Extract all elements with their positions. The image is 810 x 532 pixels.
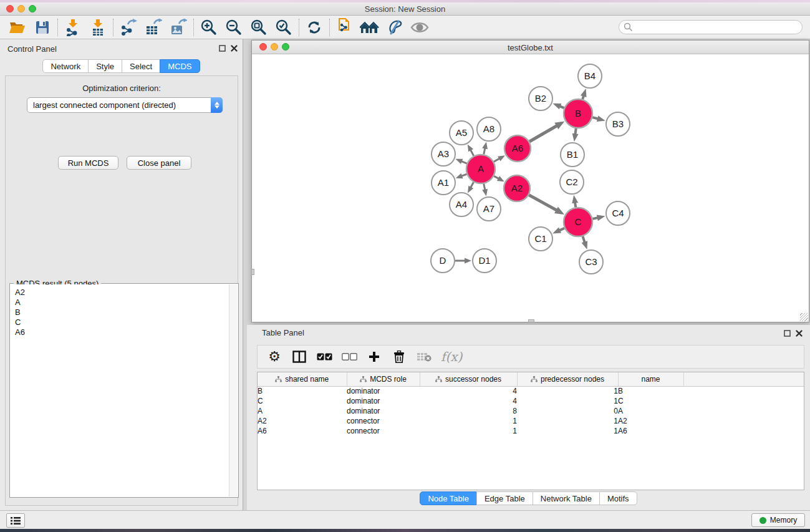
zoom-out-icon[interactable] bbox=[221, 17, 246, 38]
cell-shared-name[interactable]: A2 bbox=[258, 416, 347, 426]
criterion-dropdown[interactable]: largest connected component (directed) bbox=[27, 97, 223, 113]
cell-shared-name[interactable]: A bbox=[258, 406, 347, 416]
graph-node-label-A5: A5 bbox=[456, 127, 467, 138]
first-neighbors-icon[interactable] bbox=[357, 17, 382, 38]
network-view-window: testGlobe.txt B4B2BB3A5A8A6A3B1AC2A1A2A4… bbox=[251, 40, 809, 322]
column-header-mcds-role[interactable]: MCDS role bbox=[347, 372, 420, 386]
function-builder-icon[interactable]: f(x) bbox=[441, 347, 462, 366]
tab-node-table[interactable]: Node Table bbox=[420, 491, 477, 505]
cell-predecessor-nodes[interactable]: 0 bbox=[517, 406, 618, 416]
cell-successor-nodes[interactable]: 8 bbox=[420, 406, 517, 416]
import-network-icon[interactable] bbox=[60, 17, 85, 38]
refresh-icon[interactable] bbox=[302, 17, 327, 38]
network-canvas[interactable]: B4B2BB3A5A8A6A3B1AC2A1A2A4A7C4CC1C3DD1 bbox=[252, 54, 809, 322]
mcds-result-list[interactable]: A2 A B C A6 bbox=[11, 284, 229, 496]
zoom-in-icon[interactable] bbox=[196, 17, 221, 38]
list-icon bbox=[11, 516, 21, 525]
show-column-icon[interactable] bbox=[291, 347, 307, 366]
import-table-icon[interactable] bbox=[85, 17, 110, 38]
export-image-icon[interactable] bbox=[166, 17, 191, 38]
hide-graphics-details-icon[interactable] bbox=[382, 17, 407, 38]
cell-successor-nodes[interactable]: 1 bbox=[420, 426, 517, 436]
cell-predecessor-nodes[interactable]: 1 bbox=[517, 396, 618, 406]
add-column-icon[interactable] bbox=[366, 347, 382, 366]
table-row[interactable]: A dominator 8 0 A bbox=[258, 406, 804, 416]
network-window-titlebar[interactable]: testGlobe.txt bbox=[252, 41, 809, 54]
graph-node-label-C1: C1 bbox=[534, 233, 546, 244]
mcds-tab-content: Optimization criterion: largest connecte… bbox=[5, 75, 238, 506]
graph-edge-A2-C[interactable] bbox=[529, 195, 557, 211]
table-options-icon[interactable]: ⚙ bbox=[266, 347, 282, 366]
tab-select[interactable]: Select bbox=[122, 59, 160, 73]
save-session-icon[interactable] bbox=[30, 17, 55, 38]
cell-mcds-role[interactable]: dominator bbox=[347, 396, 420, 406]
table-row[interactable]: B dominator 4 1 B bbox=[258, 386, 804, 396]
cell-successor-nodes[interactable]: 1 bbox=[420, 416, 517, 426]
graph-edge-A6-B[interactable] bbox=[529, 125, 557, 142]
cell-shared-name[interactable]: A6 bbox=[258, 426, 347, 436]
graph-node-label-B: B bbox=[575, 108, 581, 118]
column-header-predecessor-nodes[interactable]: predecessor nodes bbox=[517, 372, 618, 386]
show-hide-icon[interactable] bbox=[407, 17, 432, 38]
bottom-edge-handle[interactable] bbox=[528, 319, 534, 322]
resize-grip-icon[interactable] bbox=[800, 313, 808, 321]
cell-mcds-role[interactable]: dominator bbox=[347, 386, 420, 396]
cell-name[interactable]: C bbox=[618, 396, 683, 406]
cell-mcds-role[interactable]: connector bbox=[347, 416, 420, 426]
search-input[interactable] bbox=[633, 21, 802, 33]
cell-shared-name[interactable]: B bbox=[258, 386, 347, 396]
export-network-icon[interactable] bbox=[116, 17, 141, 38]
run-mcds-button[interactable]: Run MCDS bbox=[58, 156, 118, 170]
delete-table-icon[interactable] bbox=[416, 347, 432, 366]
cell-name[interactable]: A6 bbox=[618, 426, 683, 436]
tab-edge-table[interactable]: Edge Table bbox=[476, 491, 533, 505]
delete-column-icon[interactable] bbox=[391, 347, 407, 366]
table-panel-title: Table Panel bbox=[262, 328, 304, 337]
export-table-icon[interactable] bbox=[141, 17, 166, 38]
graph-arrowhead bbox=[552, 227, 561, 233]
zoom-selected-icon[interactable] bbox=[271, 17, 296, 38]
cell-mcds-role[interactable]: connector bbox=[347, 426, 420, 436]
main-toolbar bbox=[0, 16, 810, 39]
float-table-panel-icon[interactable] bbox=[784, 330, 791, 337]
left-edge-handle[interactable] bbox=[251, 269, 254, 275]
open-file-icon[interactable] bbox=[5, 17, 30, 38]
cell-name[interactable]: A2 bbox=[618, 416, 683, 426]
table-row[interactable]: A6 connector 1 1 A6 bbox=[258, 426, 804, 436]
close-table-panel-icon[interactable] bbox=[796, 330, 803, 337]
cell-predecessor-nodes[interactable]: 1 bbox=[517, 416, 618, 426]
close-panel-icon[interactable] bbox=[231, 45, 238, 52]
tab-mcds[interactable]: MCDS bbox=[160, 59, 200, 73]
result-scrollbar[interactable] bbox=[229, 284, 238, 496]
cell-successor-nodes[interactable]: 4 bbox=[420, 396, 517, 406]
tab-network[interactable]: Network bbox=[42, 59, 89, 73]
result-item: A2 bbox=[15, 288, 229, 297]
column-type-icon bbox=[275, 376, 282, 382]
cell-successor-nodes[interactable]: 4 bbox=[420, 386, 517, 396]
cell-shared-name[interactable]: C bbox=[258, 396, 347, 406]
float-panel-icon[interactable] bbox=[219, 45, 226, 52]
memory-button[interactable]: Memory bbox=[751, 513, 805, 527]
deselect-all-icon[interactable] bbox=[341, 347, 357, 366]
tab-style[interactable]: Style bbox=[88, 59, 122, 73]
tab-motifs[interactable]: Motifs bbox=[599, 491, 637, 505]
graph-node-label-A8: A8 bbox=[483, 123, 494, 134]
column-header-name[interactable]: name bbox=[618, 372, 683, 386]
cell-mcds-role[interactable]: dominator bbox=[347, 406, 420, 416]
cell-predecessor-nodes[interactable]: 1 bbox=[517, 386, 618, 396]
tab-network-table[interactable]: Network Table bbox=[533, 491, 600, 505]
zoom-fit-icon[interactable] bbox=[246, 17, 271, 38]
network-from-file-icon[interactable] bbox=[332, 17, 357, 38]
column-header-successor-nodes[interactable]: successor nodes bbox=[420, 372, 517, 386]
column-header-shared-name[interactable]: shared name bbox=[258, 372, 347, 386]
table-row[interactable]: C dominator 4 1 C bbox=[258, 396, 804, 406]
close-panel-button[interactable]: Close panel bbox=[127, 156, 191, 170]
cell-name[interactable]: A bbox=[618, 406, 683, 416]
network-graph[interactable]: B4B2BB3A5A8A6A3B1AC2A1A2A4A7C4CC1C3DD1 bbox=[252, 54, 809, 322]
cell-name[interactable]: B bbox=[618, 386, 683, 396]
table-row[interactable]: A2 connector 1 1 A2 bbox=[258, 416, 804, 426]
column-type-icon bbox=[531, 376, 538, 382]
cell-predecessor-nodes[interactable]: 1 bbox=[517, 426, 618, 436]
task-history-button[interactable] bbox=[6, 513, 25, 528]
select-all-icon[interactable] bbox=[316, 347, 332, 366]
